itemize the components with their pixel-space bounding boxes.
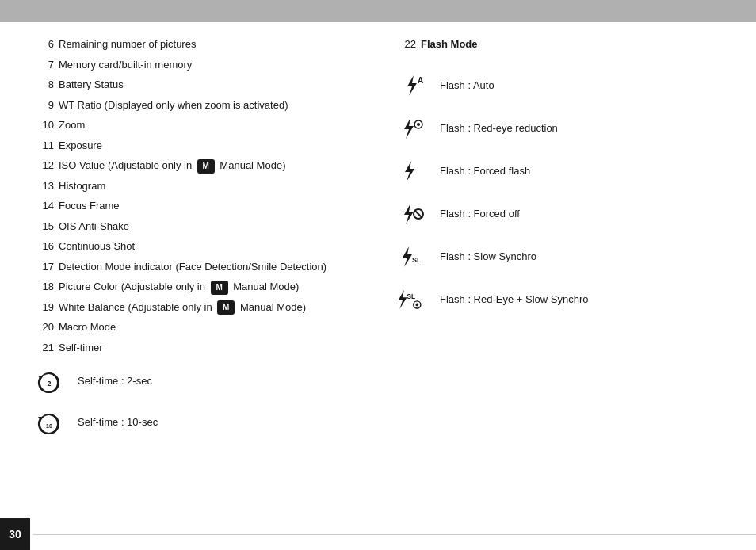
item-text: Zoom bbox=[59, 117, 362, 133]
svg-marker-15 bbox=[403, 246, 412, 267]
page-number: 30 bbox=[0, 518, 30, 550]
svg-marker-11 bbox=[405, 161, 414, 181]
list-item: 8 Battery Status bbox=[32, 77, 362, 93]
svg-marker-8 bbox=[404, 118, 414, 139]
left-column: 6 Remaining number of pictures 7 Memory … bbox=[32, 36, 378, 449]
flash-item: SL Flash : Red-Eye + Slow Synchro bbox=[394, 285, 724, 314]
svg-point-20 bbox=[416, 303, 419, 306]
item-text: Picture Color (Adjustable only in M Manu… bbox=[59, 279, 362, 295]
item-text: Histogram bbox=[59, 178, 362, 194]
flash-off-icon bbox=[394, 200, 429, 228]
self-timer-10sec-label: Self-time : 10-sec bbox=[78, 416, 158, 428]
self-timer-2sec-label: Self-time : 2-sec bbox=[78, 375, 152, 387]
flash-item: Flash : Forced off bbox=[394, 200, 724, 228]
manual-mode-icon: M bbox=[217, 300, 235, 315]
list-item: 14 Focus Frame bbox=[32, 198, 362, 214]
list-item: 21 Self-timer bbox=[32, 340, 362, 356]
item-text: ISO Value (Adjustable only in M Manual M… bbox=[59, 158, 362, 174]
list-item: 19 White Balance (Adjustable only in M M… bbox=[32, 300, 362, 315]
list-item: 6 Remaining number of pictures bbox=[32, 36, 362, 52]
item-num: 9 bbox=[32, 97, 54, 113]
list-item: 17 Detection Mode indicator (Face Detect… bbox=[32, 259, 362, 275]
list-item: 16 Continuous Shot bbox=[32, 239, 362, 254]
item-num: 15 bbox=[32, 219, 54, 235]
flash-item: Flash : Forced flash bbox=[394, 157, 724, 185]
flash-item: Flash : Red-eye reduction bbox=[394, 114, 724, 143]
item-num: 20 bbox=[32, 319, 54, 335]
list-item: 11 Exposure bbox=[32, 138, 362, 154]
item-num: 6 bbox=[32, 36, 54, 52]
item-text: Remaining number of pictures bbox=[59, 36, 362, 52]
item-text: White Balance (Adjustable only in M Manu… bbox=[59, 300, 362, 315]
item-num: 14 bbox=[32, 198, 54, 214]
timer-10sec-icon: 10 bbox=[32, 407, 67, 436]
item-num: 10 bbox=[32, 117, 54, 133]
self-timer-section: 2 Self-time : 2-sec 10 Self-time : 10-se… bbox=[32, 366, 362, 436]
list-item: 7 Memory card/built-in memory bbox=[32, 57, 362, 73]
flash-redeye-slow-label: Flash : Red-Eye + Slow Synchro bbox=[440, 293, 589, 305]
item-text: Memory card/built-in memory bbox=[59, 57, 362, 73]
section-num: 22 bbox=[394, 36, 416, 52]
svg-text:SL: SL bbox=[412, 256, 422, 264]
list-item: 9 WT Ratio (Displayed only when zoom is … bbox=[32, 97, 362, 113]
svg-text:10: 10 bbox=[46, 423, 52, 429]
item-num: 13 bbox=[32, 178, 54, 194]
footer-divider bbox=[33, 534, 756, 535]
item-num: 7 bbox=[32, 57, 54, 73]
manual-mode-icon: M bbox=[211, 281, 228, 295]
item-num: 12 bbox=[32, 158, 54, 174]
list-item: 18 Picture Color (Adjustable only in M M… bbox=[32, 279, 362, 295]
item-text: WT Ratio (Displayed only when zoom is ac… bbox=[59, 97, 362, 113]
list-item: 20 Macro Mode bbox=[32, 319, 362, 335]
item-num: 17 bbox=[32, 259, 54, 275]
item-num: 11 bbox=[32, 138, 54, 154]
top-bar bbox=[0, 0, 756, 22]
list-item: 12 ISO Value (Adjustable only in M Manua… bbox=[32, 158, 362, 174]
flash-forced-off-label: Flash : Forced off bbox=[440, 208, 520, 220]
flash-slow-synchro-label: Flash : Slow Synchro bbox=[440, 250, 536, 262]
manual-mode-icon: M bbox=[197, 159, 215, 174]
item-text: Self-timer bbox=[59, 340, 362, 356]
item-text: Battery Status bbox=[59, 77, 362, 93]
list-item: 10 Zoom bbox=[32, 117, 362, 133]
right-column: 22 Flash Mode A Flash : Auto bbox=[378, 36, 724, 449]
flash-redeye-icon bbox=[394, 114, 429, 143]
svg-marker-12 bbox=[404, 204, 414, 224]
svg-text:2: 2 bbox=[47, 380, 51, 388]
page-footer: 30 bbox=[0, 518, 756, 550]
item-num: 21 bbox=[32, 340, 54, 356]
item-num: 8 bbox=[32, 77, 54, 93]
section-header: 22 Flash Mode bbox=[394, 36, 724, 60]
section-title: Flash Mode bbox=[421, 36, 724, 52]
item-text: Exposure bbox=[59, 138, 362, 154]
flash-forced-label: Flash : Forced flash bbox=[440, 165, 530, 177]
svg-line-14 bbox=[414, 210, 422, 218]
svg-marker-6 bbox=[407, 75, 417, 96]
flash-redeye-slow-icon: SL bbox=[394, 285, 429, 314]
svg-text:A: A bbox=[418, 76, 423, 85]
self-timer-item: 10 Self-time : 10-sec bbox=[32, 407, 362, 436]
flash-auto-label: Flash : Auto bbox=[440, 79, 494, 91]
item-text: OIS Anti-Shake bbox=[59, 219, 362, 235]
flash-item: A Flash : Auto bbox=[394, 71, 724, 100]
item-num: 18 bbox=[32, 279, 54, 295]
flash-forced-icon bbox=[394, 157, 429, 185]
flash-auto-icon: A bbox=[394, 71, 429, 100]
item-text: Continuous Shot bbox=[59, 239, 362, 254]
svg-marker-17 bbox=[399, 290, 407, 309]
self-timer-item: 2 Self-time : 2-sec bbox=[32, 366, 362, 395]
list-item: 13 Histogram bbox=[32, 178, 362, 194]
item-text: Focus Frame bbox=[59, 198, 362, 214]
flash-item: SL Flash : Slow Synchro bbox=[394, 243, 724, 271]
flash-slow-synchro-icon: SL bbox=[394, 243, 429, 271]
svg-text:SL: SL bbox=[407, 293, 416, 300]
list-item: 15 OIS Anti-Shake bbox=[32, 219, 362, 235]
svg-point-10 bbox=[417, 123, 420, 126]
item-num: 19 bbox=[32, 300, 54, 315]
flash-redeye-label: Flash : Red-eye reduction bbox=[440, 122, 558, 134]
item-text: Macro Mode bbox=[59, 319, 362, 335]
item-text: Detection Mode indicator (Face Detection… bbox=[59, 259, 362, 275]
item-num: 16 bbox=[32, 239, 54, 254]
timer-2sec-icon: 2 bbox=[32, 366, 67, 395]
